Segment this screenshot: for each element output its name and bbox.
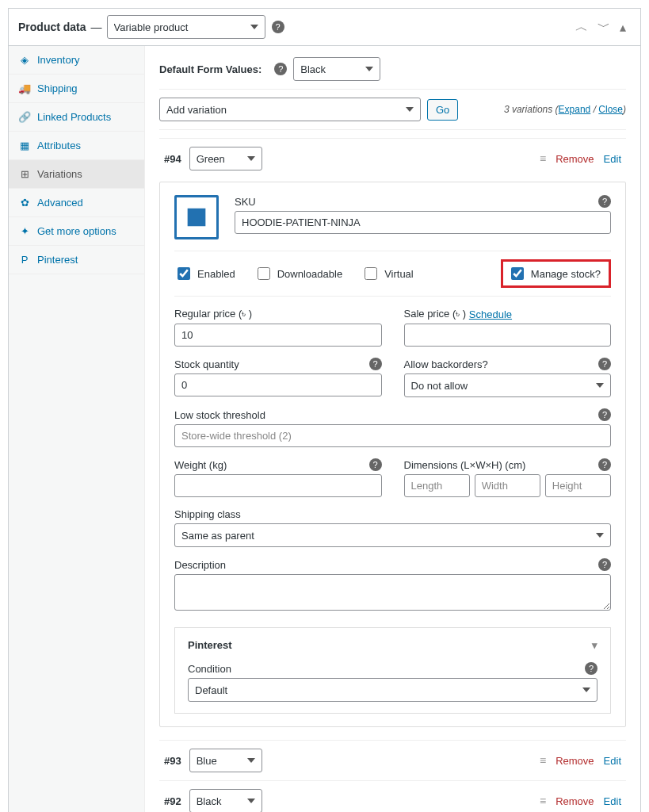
tab-variations[interactable]: ⊞Variations: [9, 160, 144, 189]
image-icon: [183, 204, 210, 231]
remove-link[interactable]: Remove: [555, 795, 594, 807]
backorders-select[interactable]: Do not allow: [404, 373, 612, 397]
variation-attr-select[interactable]: Black: [189, 789, 262, 812]
help-icon[interactable]: ?: [598, 458, 611, 471]
dash: —: [91, 21, 102, 33]
attributes-icon: ▦: [18, 140, 31, 151]
height-input[interactable]: [545, 474, 611, 497]
product-type-select[interactable]: Variable product: [107, 15, 265, 39]
variation-attr-select[interactable]: Blue: [189, 749, 262, 772]
variation-id: #94: [164, 153, 181, 165]
chevron-down-icon[interactable]: ﹀: [593, 19, 615, 36]
inventory-icon: ◈: [18, 54, 31, 66]
variations-content: Default Form Values: ? Black Add variati…: [145, 46, 640, 812]
variation-row[interactable]: #94 Green ≡ Remove Edit: [159, 138, 626, 178]
tab-advanced[interactable]: ✿Advanced: [9, 189, 144, 217]
default-form-value-select[interactable]: Black: [293, 57, 380, 81]
length-input[interactable]: [404, 474, 470, 497]
tab-linked-products[interactable]: 🔗Linked Products: [9, 103, 144, 132]
sale-price-label: Sale price (৳ ): [404, 308, 467, 320]
backorders-label: Allow backorders?: [404, 358, 488, 370]
tab-attributes[interactable]: ▦Attributes: [9, 132, 144, 160]
remove-link[interactable]: Remove: [555, 755, 594, 767]
width-input[interactable]: [475, 474, 540, 497]
regular-price-input[interactable]: [174, 324, 382, 347]
tab-get-more[interactable]: ✦Get more options: [9, 217, 144, 246]
sale-price-input[interactable]: [404, 324, 612, 347]
downloadable-checkbox[interactable]: Downloadable: [254, 259, 342, 288]
go-button[interactable]: Go: [427, 99, 458, 121]
tab-shipping[interactable]: 🚚Shipping: [9, 75, 144, 103]
product-data-panel: Product data — Variable product ? ︿ ﹀ ▴ …: [8, 8, 641, 812]
help-icon[interactable]: ?: [369, 358, 382, 370]
link-icon: 🔗: [18, 111, 31, 123]
tabs-sidebar: ◈Inventory 🚚Shipping 🔗Linked Products ▦A…: [9, 46, 145, 812]
pinterest-toggle[interactable]: Pinterest▾: [188, 639, 597, 651]
weight-label: Weight (kg): [174, 459, 227, 471]
expand-link[interactable]: Expand: [559, 104, 591, 115]
default-form-values-label: Default Form Values:: [159, 63, 262, 75]
help-icon[interactable]: ?: [598, 195, 611, 208]
help-icon[interactable]: ?: [598, 558, 611, 571]
gear-icon: ✿: [18, 197, 31, 209]
variations-icon: ⊞: [18, 168, 31, 180]
help-icon[interactable]: ?: [598, 408, 611, 421]
help-icon[interactable]: ?: [585, 662, 597, 675]
stock-qty-input[interactable]: [174, 373, 382, 396]
collapse-icon[interactable]: ▴: [615, 20, 631, 35]
shipping-class-label: Shipping class: [174, 508, 241, 520]
low-stock-label: Low stock threshold: [174, 409, 265, 421]
variation-id: #93: [164, 755, 181, 767]
drag-handle-icon[interactable]: ≡: [540, 795, 546, 807]
variation-image-picker[interactable]: [174, 195, 219, 239]
chevron-up-icon[interactable]: ︿: [571, 19, 593, 36]
close-link[interactable]: Close: [598, 104, 623, 115]
help-icon[interactable]: ?: [598, 358, 611, 370]
tab-pinterest[interactable]: PPinterest: [9, 246, 144, 274]
schedule-link[interactable]: Schedule: [469, 308, 512, 320]
stock-qty-label: Stock quantity: [174, 358, 239, 370]
add-variation-select[interactable]: Add variation: [159, 98, 421, 121]
drag-handle-icon[interactable]: ≡: [540, 152, 546, 165]
variations-summary: 3 variations (Expand / Close): [504, 104, 626, 115]
condition-select[interactable]: Default: [188, 678, 597, 702]
enabled-checkbox[interactable]: Enabled: [174, 259, 235, 288]
low-stock-input[interactable]: [174, 424, 611, 447]
remove-link[interactable]: Remove: [555, 153, 594, 165]
weight-input[interactable]: [174, 474, 382, 497]
help-icon[interactable]: ?: [369, 458, 382, 471]
help-icon[interactable]: ?: [274, 63, 287, 75]
star-icon: ✦: [18, 225, 31, 237]
variation-attr-select[interactable]: Green: [189, 147, 262, 170]
panel-title: Product data: [18, 21, 86, 33]
pinterest-section: Pinterest▾ Condition? Default: [174, 627, 611, 714]
edit-link[interactable]: Edit: [604, 755, 621, 767]
sku-label: SKU: [235, 196, 256, 208]
variation-id: #92: [164, 795, 181, 807]
description-label: Description: [174, 559, 226, 571]
edit-link[interactable]: Edit: [604, 795, 621, 807]
tab-inventory[interactable]: ◈Inventory: [9, 46, 144, 75]
shipping-icon: 🚚: [18, 82, 31, 94]
help-icon[interactable]: ?: [272, 21, 284, 33]
manage-stock-checkbox[interactable]: Manage stock?: [501, 259, 611, 288]
variation-row[interactable]: #93 Blue ≡ Remove Edit: [159, 740, 626, 780]
drag-handle-icon[interactable]: ≡: [540, 754, 546, 767]
virtual-checkbox[interactable]: Virtual: [361, 259, 414, 288]
dimensions-label: Dimensions (L×W×H) (cm): [404, 459, 526, 471]
description-textarea[interactable]: [174, 574, 611, 611]
sku-input[interactable]: [235, 211, 611, 234]
variation-details: SKU? Enabled Downloadable Virtual Manage…: [159, 182, 626, 727]
regular-price-label: Regular price (৳ ): [174, 308, 252, 320]
variation-row[interactable]: #92 Black ≡ Remove Edit: [159, 780, 626, 812]
shipping-class-select[interactable]: Same as parent: [174, 523, 611, 547]
caret-down-icon: ▾: [592, 639, 597, 651]
pinterest-icon: P: [18, 254, 31, 266]
condition-label: Condition: [188, 663, 231, 675]
edit-link[interactable]: Edit: [604, 153, 621, 165]
panel-header: Product data — Variable product ? ︿ ﹀ ▴: [9, 9, 640, 46]
